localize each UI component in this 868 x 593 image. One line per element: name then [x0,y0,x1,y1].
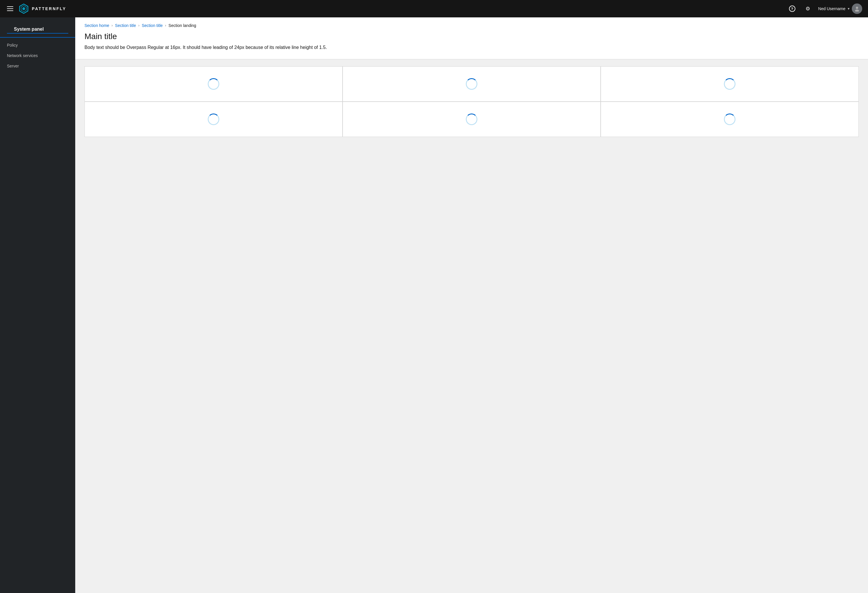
top-navigation: PATTERNFLY ? ⚙ Ned Username ▾ [0,0,868,17]
app-body: System panel Policy Network services Ser… [0,17,868,593]
help-button[interactable]: ? [787,3,797,14]
spinner-4 [208,114,219,125]
patternfly-logo-icon [19,3,29,14]
card-3 [601,67,858,101]
hamburger-menu[interactable] [6,5,15,12]
breadcrumb-sep-3: › [165,24,166,28]
breadcrumb: Section home › Section title › Section t… [84,23,859,28]
user-menu[interactable]: Ned Username ▾ [818,3,862,14]
breadcrumb-sep-1: › [112,24,113,28]
svg-point-4 [855,10,859,12]
spinner-2 [466,78,477,90]
cards-area [75,59,868,144]
card-1 [85,67,342,101]
page-body-text: Body text should be Overpass Regular at … [84,44,859,51]
topnav-right: ? ⚙ Ned Username ▾ [787,3,862,14]
breadcrumb-section-title-1[interactable]: Section title [115,23,136,28]
card-2 [343,67,600,101]
card-5 [343,102,600,137]
topnav-left: PATTERNFLY [6,3,787,14]
card-6 [601,102,858,137]
breadcrumb-section-home[interactable]: Section home [84,23,109,28]
chevron-down-icon: ▾ [848,7,849,11]
gear-icon: ⚙ [806,6,810,12]
help-icon: ? [789,6,796,12]
svg-marker-2 [22,7,25,10]
spinner-1 [208,78,219,90]
breadcrumb-sep-2: › [138,24,139,28]
spinner-5 [466,114,477,125]
sidebar: System panel Policy Network services Ser… [0,17,75,593]
page-title: Main title [84,32,859,41]
main-content: Section home › Section title › Section t… [75,17,868,593]
breadcrumb-current: Section landing [168,23,196,28]
sidebar-item-server[interactable]: Server [0,61,75,71]
card-4 [85,102,342,137]
username-label: Ned Username [818,6,846,11]
logo-area: PATTERNFLY [19,3,66,14]
sidebar-section-title-wrap: System panel [0,22,75,38]
breadcrumb-section-title-2[interactable]: Section title [142,23,162,28]
svg-point-3 [856,7,858,9]
sidebar-item-network-services[interactable]: Network services [0,50,75,61]
settings-button[interactable]: ⚙ [803,3,813,14]
spinner-6 [724,114,735,125]
page-header: Section home › Section title › Section t… [75,17,868,59]
sidebar-title: System panel [7,24,68,34]
spinner-3 [724,78,735,90]
logo-text: PATTERNFLY [32,6,66,11]
cards-grid [84,66,859,137]
sidebar-item-policy[interactable]: Policy [0,40,75,50]
user-avatar [852,3,862,14]
